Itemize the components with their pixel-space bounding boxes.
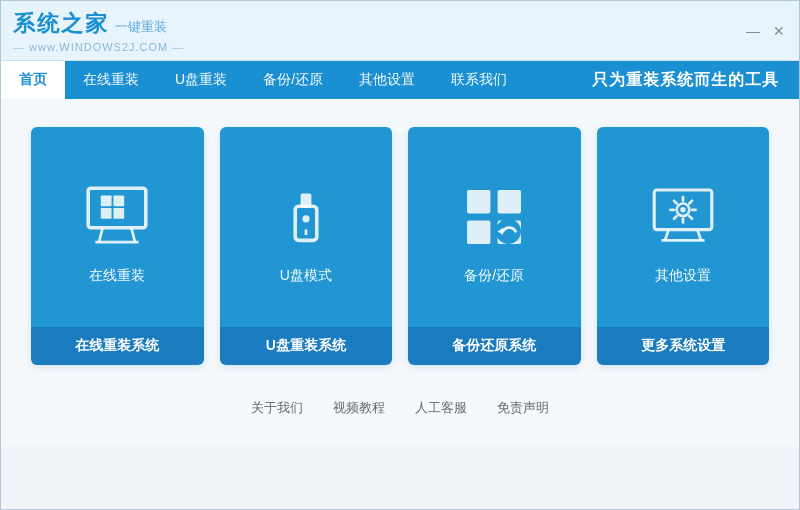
title-left: 系统之家 一键重装 www.WINDOWS2J.COM (13, 9, 184, 53)
card-bottom-settings: 更多系统设置 (597, 327, 770, 365)
card-other-settings[interactable]: 其他设置 更多系统设置 (597, 127, 770, 365)
svg-rect-12 (467, 190, 490, 213)
svg-point-10 (302, 215, 309, 222)
card-label-backup: 备份/还原 (464, 267, 524, 285)
card-usb-mode[interactable]: U盘模式 U盘重装系统 (220, 127, 393, 365)
minimize-button[interactable]: — (745, 23, 761, 39)
footer-link-video[interactable]: 视频教程 (333, 399, 385, 417)
svg-line-30 (689, 201, 692, 204)
card-top-usb: U盘模式 (220, 127, 393, 327)
svg-rect-13 (498, 190, 521, 213)
card-backup-restore[interactable]: 备份/还原 备份还原系统 (408, 127, 581, 365)
nav-item-contact[interactable]: 联系我们 (433, 61, 525, 99)
nav-left: 首页 在线重装 U盘重装 备份/还原 其他设置 联系我们 (1, 61, 525, 99)
card-bottom-usb: U盘重装系统 (220, 327, 393, 365)
card-label-usb: U盘模式 (280, 267, 332, 285)
card-bottom-backup: 备份还原系统 (408, 327, 581, 365)
nav-item-settings[interactable]: 其他设置 (341, 61, 433, 99)
other-settings-icon (647, 181, 719, 253)
nav-bar: 首页 在线重装 U盘重装 备份/还原 其他设置 联系我们 只为重装系统而生的工具 (1, 61, 799, 99)
app-name: 系统之家 (13, 9, 109, 39)
footer-link-support[interactable]: 人工客服 (415, 399, 467, 417)
nav-item-usb[interactable]: U盘重装 (157, 61, 245, 99)
svg-rect-9 (300, 194, 311, 208)
main-content: 在线重装 在线重装系统 (1, 99, 799, 447)
svg-rect-6 (101, 208, 112, 219)
window-controls: — ✕ (745, 23, 787, 39)
card-top-settings: 其他设置 (597, 127, 770, 327)
card-label-settings: 其他设置 (655, 267, 711, 285)
svg-rect-4 (101, 195, 112, 206)
nav-item-home[interactable]: 首页 (1, 61, 65, 99)
close-button[interactable]: ✕ (771, 23, 787, 39)
online-reinstall-icon (81, 181, 153, 253)
svg-rect-14 (467, 221, 490, 244)
title-main: 系统之家 一键重装 (13, 9, 167, 39)
nav-item-online-reinstall[interactable]: 在线重装 (65, 61, 157, 99)
svg-line-29 (689, 216, 692, 219)
svg-rect-5 (114, 195, 125, 206)
card-online-reinstall[interactable]: 在线重装 在线重装系统 (31, 127, 204, 365)
svg-line-28 (674, 201, 677, 204)
usb-mode-icon (270, 181, 342, 253)
footer-link-about[interactable]: 关于我们 (251, 399, 303, 417)
svg-rect-7 (114, 208, 125, 219)
cards-grid: 在线重装 在线重装系统 (31, 127, 769, 365)
app-url: www.WINDOWS2J.COM (13, 41, 184, 53)
svg-line-2 (132, 228, 136, 242)
svg-line-19 (665, 230, 669, 241)
backup-restore-icon (458, 181, 530, 253)
nav-slogan: 只为重装系统而生的工具 (592, 61, 799, 99)
svg-line-31 (674, 216, 677, 219)
card-bottom-online: 在线重装系统 (31, 327, 204, 365)
svg-line-1 (99, 228, 103, 242)
svg-rect-8 (295, 206, 317, 240)
svg-point-23 (680, 207, 685, 212)
card-label-online: 在线重装 (89, 267, 145, 285)
footer-link-disclaimer[interactable]: 免责声明 (497, 399, 549, 417)
card-top-online: 在线重装 (31, 127, 204, 327)
title-bar: 系统之家 一键重装 www.WINDOWS2J.COM — ✕ (1, 1, 799, 61)
svg-line-20 (697, 230, 701, 241)
nav-item-backup[interactable]: 备份/还原 (245, 61, 341, 99)
card-top-backup: 备份/还原 (408, 127, 581, 327)
footer-links: 关于我们 视频教程 人工客服 免责声明 (31, 389, 769, 427)
app-sub: 一键重装 (115, 18, 167, 36)
